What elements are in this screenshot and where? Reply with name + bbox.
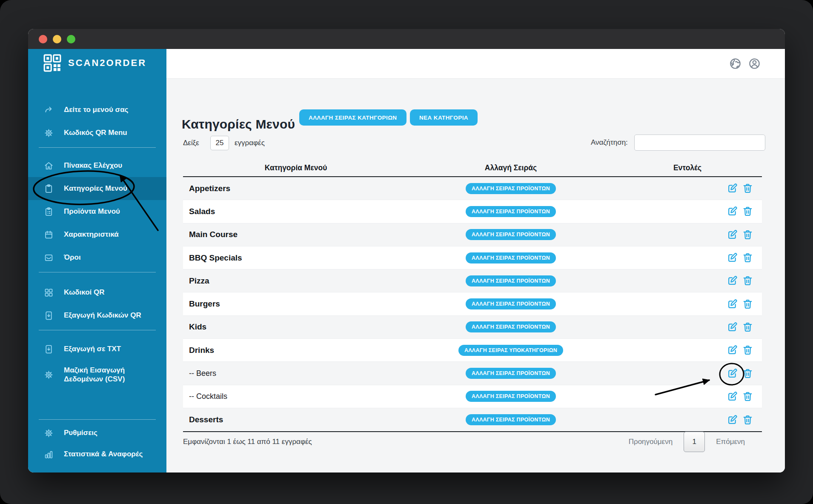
edit-category-button[interactable] — [727, 275, 738, 286]
table-row: -- BeersΑΛΛΑΓΗ ΣΕΙΡΑΣ ΠΡΟΪΟΝΤΩΝ — [183, 362, 762, 385]
edit-category-button[interactable] — [727, 206, 738, 217]
account-icon[interactable] — [748, 57, 761, 70]
sidebar-item-settings[interactable]: Ρυθμίσεις — [28, 422, 166, 444]
globe-icon[interactable] — [729, 57, 742, 70]
edit-category-button[interactable] — [727, 391, 738, 402]
window-close-button[interactable] — [39, 35, 47, 43]
category-name: BBQ Specials — [183, 246, 409, 269]
sidebar-group: Κωδικοί QRΕξαγωγή Κωδικών QR — [28, 281, 166, 327]
reorder-categories-button[interactable]: ΑΛΛΑΓΗ ΣΕΙΡΑΣ ΚΑΤΗΓΟΡΙΩΝ — [299, 109, 406, 126]
delete-category-button[interactable] — [742, 368, 753, 379]
desktop-background: SCAN2ORDER Δείτε το μενού σαςΚωδικός QR … — [0, 0, 813, 504]
edit-category-button[interactable] — [727, 414, 738, 426]
reorder-products-button[interactable]: ΑΛΛΑΓΗ ΣΕΙΡΑΣ ΠΡΟΪΟΝΤΩΝ — [466, 275, 556, 286]
entries-count-input[interactable] — [210, 136, 229, 150]
edit-category-button[interactable] — [727, 229, 738, 241]
reorder-products-button[interactable]: ΑΛΛΑΓΗ ΣΕΙΡΑΣ ΠΡΟΪΟΝΤΩΝ — [466, 206, 556, 217]
reorder-subcategories-button[interactable]: ΑΛΛΑΓΗ ΣΕΙΡΑΣ ΥΠΟΚΑΤΗΓΟΡΙΩΝ — [458, 345, 563, 356]
sidebar-item-label: Εξαγωγή Κωδικών QR — [64, 311, 141, 320]
column-header-category[interactable]: Κατηγορία Μενού — [183, 160, 409, 176]
pagination: Προηγούμενη 1 Επόμενη — [629, 431, 745, 452]
edit-icon — [727, 344, 738, 356]
delete-category-button[interactable] — [742, 391, 753, 402]
sidebar-item-stats-reports[interactable]: Στατιστικά & Αναφορές — [28, 444, 166, 465]
trash-icon — [742, 344, 753, 356]
commands-cell — [613, 339, 762, 361]
inbox-icon — [44, 253, 54, 263]
trash-icon — [742, 368, 753, 379]
previous-page-button[interactable]: Προηγούμενη — [629, 438, 673, 446]
trash-icon — [742, 183, 753, 194]
sidebar-item-terms[interactable]: Όροι — [28, 246, 166, 269]
edit-icon — [727, 275, 738, 286]
edit-category-button[interactable] — [727, 321, 738, 333]
gear-icon — [44, 128, 54, 138]
reorder-products-button[interactable]: ΑΛΛΑΓΗ ΣΕΙΡΑΣ ΠΡΟΪΟΝΤΩΝ — [466, 252, 556, 263]
sidebar-item-qr-menu-code[interactable]: Κωδικός QR Menu — [28, 121, 166, 144]
sidebar-item-menu-products[interactable]: Προϊόντα Μενού — [28, 200, 166, 223]
reorder-products-button[interactable]: ΑΛΛΑΓΗ ΣΕΙΡΑΣ ΠΡΟΪΟΝΤΩΝ — [466, 414, 556, 425]
commands-cell — [613, 385, 762, 408]
sidebar-item-label: Κωδικός QR Menu — [64, 128, 127, 137]
category-name: Main Course — [183, 223, 409, 246]
next-page-button[interactable]: Επόμενη — [716, 438, 745, 446]
reorder-cell: ΑΛΛΑΓΗ ΣΕΙΡΑΣ ΠΡΟΪΟΝΤΩΝ — [409, 385, 613, 408]
edit-category-button[interactable] — [727, 344, 738, 356]
sidebar-group: Εξαγωγή σε TXTΜαζική Εισαγωγή Δεδομένων … — [28, 338, 166, 389]
delete-category-button[interactable] — [742, 183, 753, 194]
sidebar-item-export-qr-codes[interactable]: Εξαγωγή Κωδικών QR — [28, 304, 166, 327]
reorder-products-button[interactable]: ΑΛΛΑΓΗ ΣΕΙΡΑΣ ΠΡΟΪΟΝΤΩΝ — [466, 298, 556, 309]
sidebar-item-label: Πίνακας Ελέγχου — [64, 161, 122, 170]
edit-category-button[interactable] — [727, 298, 738, 310]
current-page-button[interactable]: 1 — [684, 432, 705, 452]
delete-category-button[interactable] — [742, 414, 753, 426]
search-input[interactable] — [634, 135, 765, 151]
delete-category-button[interactable] — [742, 206, 753, 217]
app-window: SCAN2ORDER Δείτε το μενού σαςΚωδικός QR … — [28, 29, 785, 472]
edit-icon — [727, 321, 738, 333]
sidebar-item-dashboard[interactable]: Πίνακας Ελέγχου — [28, 154, 166, 177]
qr-grid-icon — [44, 288, 54, 298]
sidebar-item-qr-codes[interactable]: Κωδικοί QR — [28, 281, 166, 304]
reorder-products-button[interactable]: ΑΛΛΑΓΗ ΣΕΙΡΑΣ ΠΡΟΪΟΝΤΩΝ — [466, 391, 556, 402]
trash-icon — [742, 206, 753, 217]
sidebar-item-features[interactable]: Χαρακτηριστικά — [28, 223, 166, 246]
sidebar-item-export-txt[interactable]: Εξαγωγή σε TXT — [28, 338, 166, 361]
delete-category-button[interactable] — [742, 252, 753, 263]
column-header-commands[interactable]: Εντολές — [613, 160, 762, 176]
commands-cell — [613, 246, 762, 269]
category-name: Salads — [183, 200, 409, 223]
delete-category-button[interactable] — [742, 298, 753, 310]
delete-category-button[interactable] — [742, 229, 753, 241]
delete-category-button[interactable] — [742, 344, 753, 356]
window-minimize-button[interactable] — [53, 35, 61, 43]
sidebar-item-label: Όροι — [64, 253, 81, 262]
qr-logo-icon — [42, 53, 63, 73]
table-row: -- CocktailsΑΛΛΑΓΗ ΣΕΙΡΑΣ ΠΡΟΪΟΝΤΩΝ — [183, 385, 762, 408]
table-row: BurgersΑΛΛΑΓΗ ΣΕΙΡΑΣ ΠΡΟΪΟΝΤΩΝ — [183, 292, 762, 315]
reorder-products-button[interactable]: ΑΛΛΑΓΗ ΣΕΙΡΑΣ ΠΡΟΪΟΝΤΩΝ — [466, 183, 556, 194]
sidebar-item-bulk-import-csv[interactable]: Μαζική Εισαγωγή Δεδομένων (CSV) — [28, 361, 166, 389]
sidebar-item-label: Κωδικοί QR — [64, 288, 105, 297]
delete-category-button[interactable] — [742, 321, 753, 333]
sidebar-nav: Δείτε το μενού σαςΚωδικός QR MenuΠίνακας… — [28, 77, 166, 472]
reorder-cell: ΑΛΛΑΓΗ ΣΕΙΡΑΣ ΠΡΟΪΟΝΤΩΝ — [409, 362, 613, 384]
reorder-products-button[interactable]: ΑΛΛΑΓΗ ΣΕΙΡΑΣ ΠΡΟΪΟΝΤΩΝ — [466, 229, 556, 240]
edit-category-button[interactable] — [727, 183, 738, 194]
window-zoom-button[interactable] — [67, 35, 75, 43]
reorder-products-button[interactable]: ΑΛΛΑΓΗ ΣΕΙΡΑΣ ΠΡΟΪΟΝΤΩΝ — [466, 368, 556, 379]
table-row: DrinksΑΛΛΑΓΗ ΣΕΙΡΑΣ ΥΠΟΚΑΤΗΓΟΡΙΩΝ — [183, 339, 762, 362]
sidebar-item-view-your-menu[interactable]: Δείτε το μενού σας — [28, 98, 166, 121]
delete-category-button[interactable] — [742, 275, 753, 286]
brand-logo[interactable]: SCAN2ORDER — [28, 49, 166, 77]
reorder-products-button[interactable]: ΑΛΛΑΓΗ ΣΕΙΡΑΣ ΠΡΟΪΟΝΤΩΝ — [466, 321, 556, 332]
column-header-reorder[interactable]: Αλλαγή Σειράς — [409, 160, 613, 176]
new-category-button[interactable]: ΝΕΑ ΚΑΤΗΓΟΡΙΑ — [410, 109, 478, 126]
edit-category-button[interactable] — [727, 368, 738, 379]
bar-chart-icon — [44, 450, 54, 459]
edit-category-button[interactable] — [727, 252, 738, 263]
category-name: Burgers — [183, 292, 409, 315]
clipboard-icon — [44, 184, 54, 194]
sidebar-item-menu-categories[interactable]: Κατηγορίες Μενού — [28, 177, 166, 200]
search-label: Αναζήτηση: — [591, 135, 628, 151]
